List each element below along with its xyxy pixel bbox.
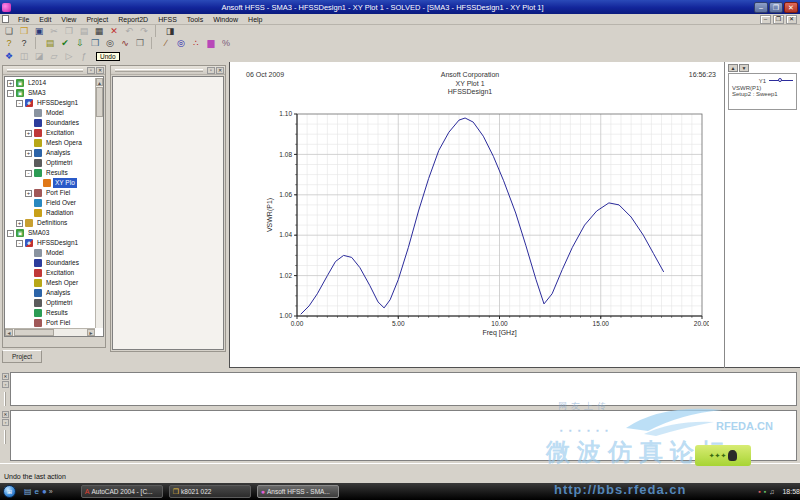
- cut-button[interactable]: ✂: [47, 25, 61, 37]
- tree-item-analysis[interactable]: Analysis: [5, 288, 95, 298]
- pin-icon[interactable]: ▫: [2, 419, 9, 426]
- scroll-right-icon[interactable]: ►: [87, 329, 95, 336]
- boolean-subtract-button[interactable]: ◫: [17, 50, 31, 62]
- mesh-overlay-button[interactable]: ◎: [174, 37, 188, 49]
- tree-item-analysis[interactable]: +Analysis: [5, 148, 95, 158]
- tree-item-excitation[interactable]: Excitation: [5, 268, 95, 278]
- mdi-minimize-button[interactable]: –: [760, 15, 771, 24]
- quicklaunch-show-desktop-icon[interactable]: ▤: [24, 487, 32, 496]
- tree-item-boundaries[interactable]: Boundaries: [5, 258, 95, 268]
- pin-icon[interactable]: ▫: [207, 67, 215, 74]
- menu-help[interactable]: Help: [243, 16, 267, 23]
- redo-button[interactable]: ↷: [137, 25, 151, 37]
- tree-item-hfssdesign1[interactable]: -❖HFSSDesign1: [5, 238, 95, 248]
- tree-expand-toggle[interactable]: +: [7, 80, 14, 87]
- help-button[interactable]: ?: [2, 37, 16, 49]
- tree-horizontal-scrollbar[interactable]: ◄ ►: [5, 328, 95, 336]
- tree-expand-toggle[interactable]: -: [7, 90, 14, 97]
- legend-scroll-up-icon[interactable]: ▲: [728, 64, 738, 72]
- tree-item-optimetri[interactable]: Optimetri: [5, 158, 95, 168]
- mdi-restore-button[interactable]: ❐: [773, 15, 784, 24]
- legend-scroll-down-icon[interactable]: ▼: [739, 64, 749, 72]
- tree-item-sma03[interactable]: -▣SMA03: [5, 228, 95, 238]
- tree-item-results[interactable]: -Results: [5, 168, 95, 178]
- pin-icon[interactable]: ▫: [87, 67, 95, 74]
- solve-profile-button[interactable]: ∿: [118, 37, 132, 49]
- message-list[interactable]: [10, 372, 797, 406]
- tree-item-mesh-opera[interactable]: Mesh Opera: [5, 138, 95, 148]
- tree-vertical-scrollbar[interactable]: ▲: [95, 78, 103, 328]
- tree-item-results[interactable]: Results: [5, 308, 95, 318]
- scrollbar-thumb[interactable]: [96, 87, 103, 117]
- tree-expand-toggle[interactable]: -: [25, 170, 32, 177]
- delete-button[interactable]: ✕: [107, 25, 121, 37]
- open-folder-button[interactable]: ❒: [17, 25, 31, 37]
- properties-panel-header[interactable]: ▫ ✕: [111, 66, 225, 75]
- start-button[interactable]: ⊞: [3, 485, 16, 498]
- menu-edit[interactable]: Edit: [34, 16, 56, 23]
- validate-button[interactable]: ◨: [163, 25, 177, 37]
- tray-volume-icon[interactable]: ♫: [769, 488, 774, 495]
- mdi-close-button[interactable]: ✕: [786, 15, 797, 24]
- scrollbar-thumb[interactable]: [14, 329, 54, 336]
- close-icon[interactable]: ✕: [2, 411, 9, 418]
- taskbar-task-k8021-022[interactable]: ❒k8021 022: [169, 485, 251, 498]
- tree-expand-toggle[interactable]: -: [16, 100, 23, 107]
- menu-hfss[interactable]: HFSS: [153, 16, 182, 23]
- tree-item-field-over[interactable]: Field Over: [5, 198, 95, 208]
- drag-grip[interactable]: [7, 69, 83, 72]
- drag-grip[interactable]: [115, 69, 203, 72]
- tree-item-boundaries[interactable]: Boundaries: [5, 118, 95, 128]
- tree-expand-toggle[interactable]: -: [16, 240, 23, 247]
- report-chart-button[interactable]: ▆: [204, 37, 218, 49]
- project-panel-header[interactable]: ▫ ✕: [3, 66, 105, 75]
- tree-expand-toggle[interactable]: +: [25, 190, 32, 197]
- project-tab[interactable]: Project: [2, 350, 42, 363]
- menu-window[interactable]: Window: [208, 16, 243, 23]
- analyze-button[interactable]: ✔: [58, 37, 72, 49]
- context-help-button[interactable]: ?: [17, 37, 31, 49]
- tree-expand-toggle[interactable]: +: [16, 220, 23, 227]
- quicklaunch-overflow-icon[interactable]: »: [49, 488, 53, 495]
- analyze-all-button[interactable]: ⇩: [73, 37, 87, 49]
- tree-item-optimetri[interactable]: Optimetri: [5, 298, 95, 308]
- tree-item-port-fiel[interactable]: Port Fiel: [5, 318, 95, 328]
- quicklaunch-ie-icon[interactable]: e: [35, 487, 39, 496]
- tray-green-icon[interactable]: ▪: [764, 488, 766, 495]
- clean-button[interactable]: ∕: [159, 37, 173, 49]
- tree-item-radiation[interactable]: Radiation: [5, 208, 95, 218]
- quicklaunch-player-icon[interactable]: ●: [42, 487, 47, 496]
- copy-report-button[interactable]: ❐: [133, 37, 147, 49]
- tree-expand-toggle[interactable]: -: [7, 230, 14, 237]
- tree-item-definitions[interactable]: +Definitions: [5, 218, 95, 228]
- tree-expand-toggle[interactable]: +: [25, 130, 32, 137]
- minimize-button[interactable]: –: [754, 2, 768, 13]
- optimetrics-button[interactable]: ◎: [103, 37, 117, 49]
- tree-item-sma3[interactable]: -▣SMA3: [5, 88, 95, 98]
- copy-button[interactable]: ❐: [62, 25, 76, 37]
- tree-item-hfssdesign1[interactable]: -❖HFSSDesign1: [5, 98, 95, 108]
- paste-button[interactable]: ▤: [77, 25, 91, 37]
- close-icon[interactable]: ✕: [96, 67, 104, 74]
- tree-item-xy-plo[interactable]: XY Plo: [5, 178, 95, 188]
- plot-legend[interactable]: Y1 VSWR(P1) Setup2 : Sweep1: [728, 73, 797, 110]
- field-points-button[interactable]: ∴: [189, 37, 203, 49]
- validation-check-button[interactable]: ▤: [43, 37, 57, 49]
- sweep-button[interactable]: ▷: [62, 50, 76, 62]
- tree-item-excitation[interactable]: +Excitation: [5, 128, 95, 138]
- tray-red-icon[interactable]: ▪: [758, 488, 760, 495]
- menu-project[interactable]: Project: [81, 16, 113, 23]
- drag-grip[interactable]: [4, 430, 6, 444]
- new-document-button[interactable]: ❏: [2, 25, 16, 37]
- restore-button[interactable]: ❐: [769, 2, 783, 13]
- taskbar-task-ansoft-hfss-sma-[interactable]: ●Ansoft HFSS - SMA...: [257, 485, 339, 498]
- percent-button[interactable]: %: [219, 37, 233, 49]
- close-button[interactable]: ✕: [784, 2, 798, 13]
- undo-button[interactable]: ↶: [122, 25, 136, 37]
- tree-item-model[interactable]: Model: [5, 108, 95, 118]
- save-button[interactable]: ▣: [32, 25, 46, 37]
- menu-report2d[interactable]: Report2D: [113, 16, 153, 23]
- drag-grip[interactable]: [4, 392, 6, 406]
- close-icon[interactable]: ✕: [216, 67, 224, 74]
- scroll-left-icon[interactable]: ◄: [5, 329, 13, 336]
